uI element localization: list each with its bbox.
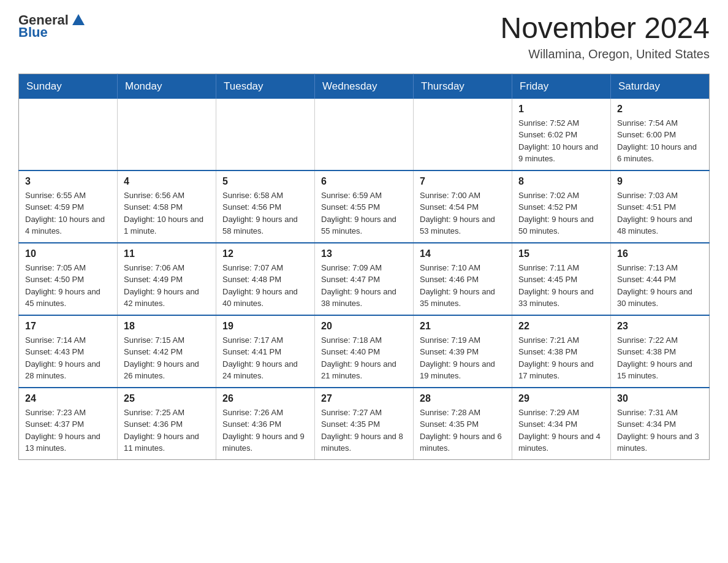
- day-number: 24: [25, 393, 111, 404]
- calendar-cell: 22Sunrise: 7:21 AM Sunset: 4:38 PM Dayli…: [512, 315, 611, 388]
- day-info: Sunrise: 7:13 AM Sunset: 4:44 PM Dayligh…: [617, 262, 703, 310]
- calendar-cell: 3Sunrise: 6:55 AM Sunset: 4:59 PM Daylig…: [19, 170, 118, 243]
- day-info: Sunrise: 7:15 AM Sunset: 4:42 PM Dayligh…: [124, 334, 210, 382]
- day-info: Sunrise: 7:18 AM Sunset: 4:40 PM Dayligh…: [321, 334, 407, 382]
- calendar-week-row: 24Sunrise: 7:23 AM Sunset: 4:37 PM Dayli…: [19, 388, 710, 460]
- day-info: Sunrise: 7:07 AM Sunset: 4:48 PM Dayligh…: [222, 262, 308, 310]
- day-info: Sunrise: 7:54 AM Sunset: 6:00 PM Dayligh…: [617, 117, 703, 165]
- day-number: 2: [617, 104, 703, 115]
- day-info: Sunrise: 6:55 AM Sunset: 4:59 PM Dayligh…: [25, 190, 111, 237]
- day-number: 7: [420, 176, 506, 187]
- day-info: Sunrise: 6:59 AM Sunset: 4:55 PM Dayligh…: [321, 190, 407, 237]
- day-info: Sunrise: 7:31 AM Sunset: 4:34 PM Dayligh…: [617, 407, 703, 454]
- calendar-table: SundayMondayTuesdayWednesdayThursdayFrid…: [18, 74, 710, 460]
- day-number: 26: [222, 393, 308, 404]
- day-info: Sunrise: 7:22 AM Sunset: 4:38 PM Dayligh…: [617, 334, 703, 382]
- calendar-cell: [414, 99, 512, 170]
- calendar-title: November 2024: [500, 12, 710, 45]
- day-info: Sunrise: 7:19 AM Sunset: 4:39 PM Dayligh…: [420, 334, 506, 382]
- day-number: 19: [222, 321, 308, 332]
- calendar-cell: 15Sunrise: 7:11 AM Sunset: 4:45 PM Dayli…: [512, 243, 611, 315]
- day-info: Sunrise: 7:00 AM Sunset: 4:54 PM Dayligh…: [420, 190, 506, 237]
- calendar-cell: 19Sunrise: 7:17 AM Sunset: 4:41 PM Dayli…: [216, 315, 315, 388]
- day-number: 9: [617, 176, 703, 187]
- calendar-cell: 26Sunrise: 7:26 AM Sunset: 4:36 PM Dayli…: [216, 388, 315, 460]
- logo-blue-text: Blue: [18, 25, 48, 40]
- day-number: 18: [124, 321, 210, 332]
- weekday-header-saturday: Saturday: [611, 74, 710, 99]
- calendar-cell: 28Sunrise: 7:28 AM Sunset: 4:35 PM Dayli…: [414, 388, 512, 460]
- calendar-cell: 23Sunrise: 7:22 AM Sunset: 4:38 PM Dayli…: [611, 315, 710, 388]
- day-info: Sunrise: 7:17 AM Sunset: 4:41 PM Dayligh…: [222, 334, 308, 382]
- calendar-cell: 30Sunrise: 7:31 AM Sunset: 4:34 PM Dayli…: [611, 388, 710, 460]
- calendar-cell: 7Sunrise: 7:00 AM Sunset: 4:54 PM Daylig…: [414, 170, 512, 243]
- weekday-header-thursday: Thursday: [414, 74, 512, 99]
- weekday-header-tuesday: Tuesday: [216, 74, 315, 99]
- day-info: Sunrise: 7:29 AM Sunset: 4:34 PM Dayligh…: [518, 407, 604, 454]
- calendar-cell: 18Sunrise: 7:15 AM Sunset: 4:42 PM Dayli…: [118, 315, 216, 388]
- day-number: 3: [25, 176, 111, 187]
- day-number: 29: [518, 393, 604, 404]
- day-number: 25: [124, 393, 210, 404]
- calendar-cell: 2Sunrise: 7:54 AM Sunset: 6:00 PM Daylig…: [611, 99, 710, 170]
- title-block: November 2024 Willamina, Oregon, United …: [500, 12, 710, 61]
- day-number: 30: [617, 393, 703, 404]
- day-number: 27: [321, 393, 407, 404]
- weekday-header-row: SundayMondayTuesdayWednesdayThursdayFrid…: [19, 74, 710, 99]
- weekday-header-monday: Monday: [118, 74, 216, 99]
- calendar-week-row: 10Sunrise: 7:05 AM Sunset: 4:50 PM Dayli…: [19, 243, 710, 315]
- day-number: 23: [617, 321, 703, 332]
- day-number: 10: [25, 248, 111, 259]
- calendar-cell: 8Sunrise: 7:02 AM Sunset: 4:52 PM Daylig…: [512, 170, 611, 243]
- day-info: Sunrise: 7:10 AM Sunset: 4:46 PM Dayligh…: [420, 262, 506, 310]
- calendar-cell: 1Sunrise: 7:52 AM Sunset: 6:02 PM Daylig…: [512, 99, 611, 170]
- day-number: 5: [222, 176, 308, 187]
- day-info: Sunrise: 7:06 AM Sunset: 4:49 PM Dayligh…: [124, 262, 210, 310]
- logo-triangle-icon: [70, 10, 87, 28]
- day-number: 6: [321, 176, 407, 187]
- calendar-cell: 6Sunrise: 6:59 AM Sunset: 4:55 PM Daylig…: [315, 170, 414, 243]
- day-number: 1: [518, 104, 604, 115]
- calendar-cell: 27Sunrise: 7:27 AM Sunset: 4:35 PM Dayli…: [315, 388, 414, 460]
- calendar-cell: 25Sunrise: 7:25 AM Sunset: 4:36 PM Dayli…: [118, 388, 216, 460]
- logo: General Blue: [18, 12, 87, 40]
- calendar-cell: 14Sunrise: 7:10 AM Sunset: 4:46 PM Dayli…: [414, 243, 512, 315]
- day-number: 8: [518, 176, 604, 187]
- calendar-week-row: 17Sunrise: 7:14 AM Sunset: 4:43 PM Dayli…: [19, 315, 710, 388]
- day-number: 13: [321, 248, 407, 259]
- day-info: Sunrise: 7:52 AM Sunset: 6:02 PM Dayligh…: [518, 117, 604, 165]
- day-number: 17: [25, 321, 111, 332]
- day-info: Sunrise: 7:23 AM Sunset: 4:37 PM Dayligh…: [25, 407, 111, 454]
- day-number: 28: [420, 393, 506, 404]
- day-info: Sunrise: 7:21 AM Sunset: 4:38 PM Dayligh…: [518, 334, 604, 382]
- calendar-cell: 13Sunrise: 7:09 AM Sunset: 4:47 PM Dayli…: [315, 243, 414, 315]
- calendar-cell: 10Sunrise: 7:05 AM Sunset: 4:50 PM Dayli…: [19, 243, 118, 315]
- calendar-cell: 11Sunrise: 7:06 AM Sunset: 4:49 PM Dayli…: [118, 243, 216, 315]
- day-number: 11: [124, 248, 210, 259]
- calendar-cell: 24Sunrise: 7:23 AM Sunset: 4:37 PM Dayli…: [19, 388, 118, 460]
- day-number: 4: [124, 176, 210, 187]
- calendar-week-row: 1Sunrise: 7:52 AM Sunset: 6:02 PM Daylig…: [19, 99, 710, 170]
- day-number: 20: [321, 321, 407, 332]
- weekday-header-sunday: Sunday: [19, 74, 118, 99]
- day-info: Sunrise: 7:02 AM Sunset: 4:52 PM Dayligh…: [518, 190, 604, 237]
- calendar-cell: 12Sunrise: 7:07 AM Sunset: 4:48 PM Dayli…: [216, 243, 315, 315]
- calendar-cell: 5Sunrise: 6:58 AM Sunset: 4:56 PM Daylig…: [216, 170, 315, 243]
- day-number: 16: [617, 248, 703, 259]
- calendar-cell: [315, 99, 414, 170]
- day-number: 15: [518, 248, 604, 259]
- day-info: Sunrise: 7:26 AM Sunset: 4:36 PM Dayligh…: [222, 407, 308, 454]
- calendar-cell: 16Sunrise: 7:13 AM Sunset: 4:44 PM Dayli…: [611, 243, 710, 315]
- day-info: Sunrise: 7:27 AM Sunset: 4:35 PM Dayligh…: [321, 407, 407, 454]
- calendar-body: 1Sunrise: 7:52 AM Sunset: 6:02 PM Daylig…: [19, 99, 710, 460]
- calendar-cell: 4Sunrise: 6:56 AM Sunset: 4:58 PM Daylig…: [118, 170, 216, 243]
- calendar-cell: 29Sunrise: 7:29 AM Sunset: 4:34 PM Dayli…: [512, 388, 611, 460]
- day-info: Sunrise: 6:56 AM Sunset: 4:58 PM Dayligh…: [124, 190, 210, 237]
- day-info: Sunrise: 7:25 AM Sunset: 4:36 PM Dayligh…: [124, 407, 210, 454]
- day-info: Sunrise: 7:14 AM Sunset: 4:43 PM Dayligh…: [25, 334, 111, 382]
- day-info: Sunrise: 7:05 AM Sunset: 4:50 PM Dayligh…: [25, 262, 111, 310]
- svg-marker-0: [72, 14, 85, 25]
- day-info: Sunrise: 6:58 AM Sunset: 4:56 PM Dayligh…: [222, 190, 308, 237]
- day-number: 14: [420, 248, 506, 259]
- calendar-cell: 9Sunrise: 7:03 AM Sunset: 4:51 PM Daylig…: [611, 170, 710, 243]
